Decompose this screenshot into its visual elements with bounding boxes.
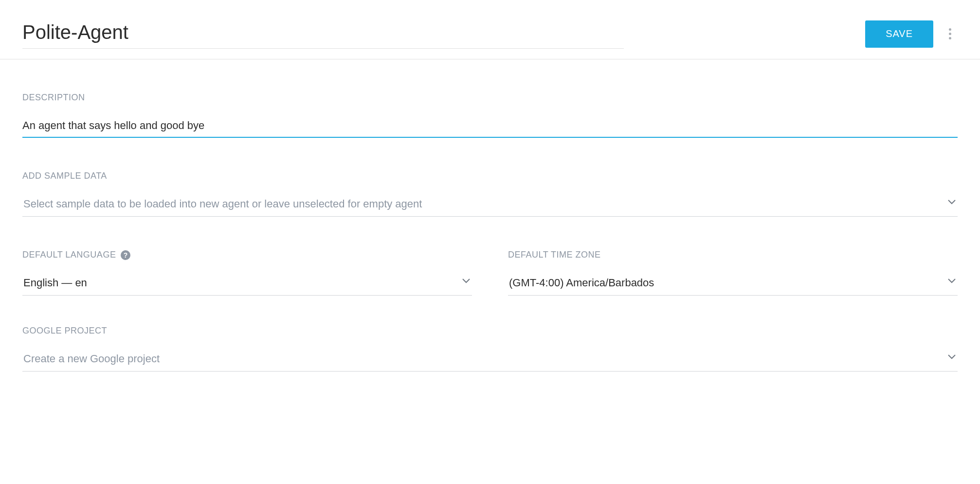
- page-header: SAVE: [0, 0, 980, 59]
- google-project-label: GOOGLE PROJECT: [22, 326, 958, 336]
- google-project-select[interactable]: Create a new Google project: [22, 351, 958, 372]
- chevron-down-icon: [462, 279, 470, 283]
- form-content: DESCRIPTION ADD SAMPLE DATA Select sampl…: [0, 59, 980, 424]
- more-menu-button[interactable]: [942, 24, 958, 44]
- sample-data-block: ADD SAMPLE DATA Select sample data to be…: [22, 171, 958, 217]
- chevron-down-icon: [948, 200, 956, 205]
- chevron-down-icon: [948, 279, 956, 283]
- google-project-block: GOOGLE PROJECT Create a new Google proje…: [22, 326, 958, 372]
- sample-data-select[interactable]: Select sample data to be loaded into new…: [22, 196, 958, 217]
- language-value: English — en: [23, 277, 87, 289]
- language-label: DEFAULT LANGUAGE ?: [22, 250, 472, 260]
- timezone-value: (GMT-4:00) America/Barbados: [509, 277, 654, 289]
- save-button[interactable]: SAVE: [865, 20, 933, 48]
- language-block: DEFAULT LANGUAGE ? English — en: [22, 250, 472, 296]
- agent-name-input[interactable]: [22, 19, 624, 49]
- description-block: DESCRIPTION: [22, 93, 958, 138]
- timezone-select[interactable]: (GMT-4:00) America/Barbados: [508, 275, 958, 296]
- agent-name-wrap: [22, 19, 624, 49]
- chevron-down-icon: [948, 354, 956, 359]
- description-input[interactable]: [22, 117, 958, 138]
- sample-data-value: Select sample data to be loaded into new…: [23, 198, 422, 210]
- lang-tz-row: DEFAULT LANGUAGE ? English — en DEFAULT …: [22, 250, 958, 296]
- help-icon[interactable]: ?: [121, 250, 130, 260]
- timezone-label: DEFAULT TIME ZONE: [508, 250, 958, 260]
- language-label-text: DEFAULT LANGUAGE: [22, 250, 116, 260]
- description-label: DESCRIPTION: [22, 93, 958, 103]
- google-project-value: Create a new Google project: [23, 353, 160, 365]
- sample-data-label: ADD SAMPLE DATA: [22, 171, 958, 181]
- agent-settings-page: SAVE DESCRIPTION ADD SAMPLE DATA Select …: [0, 0, 980, 424]
- header-actions: SAVE: [865, 20, 958, 48]
- more-vertical-icon: [949, 28, 951, 39]
- language-select[interactable]: English — en: [22, 275, 472, 296]
- timezone-block: DEFAULT TIME ZONE (GMT-4:00) America/Bar…: [508, 250, 958, 296]
